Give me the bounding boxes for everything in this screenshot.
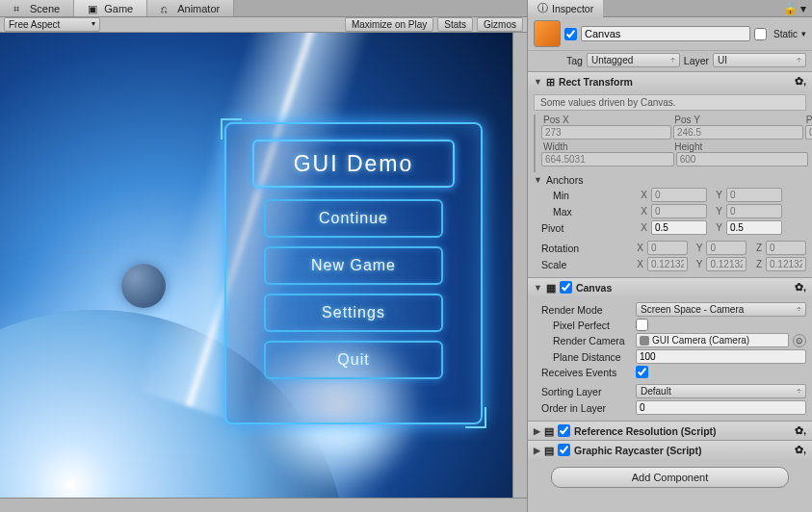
scale-z[interactable]: [766, 257, 806, 271]
render-mode-dropdown[interactable]: Screen Space - Camera: [636, 302, 806, 317]
layer-label: Layer: [684, 55, 709, 66]
info-icon: ⓘ: [537, 2, 548, 15]
static-dropdown-icon[interactable]: ▾: [801, 29, 806, 38]
gameobject-icon[interactable]: [534, 20, 561, 47]
anchor-min-y[interactable]: [726, 188, 782, 202]
rot-z[interactable]: [766, 241, 806, 255]
canvas-enabled[interactable]: [560, 281, 572, 294]
posx-field[interactable]: [541, 125, 671, 140]
scrollbar-horizontal[interactable]: [0, 498, 527, 512]
add-component-button[interactable]: Add Component: [551, 467, 789, 488]
render-camera-field[interactable]: GUI Camera (Camera): [636, 333, 789, 347]
inspector-panel: ⓘInspector 🔒 ▾ Static ▾ Tag Untagged Lay…: [527, 0, 812, 512]
active-checkbox[interactable]: [564, 28, 577, 40]
scale-y[interactable]: [706, 257, 747, 271]
raycaster-enabled[interactable]: [558, 444, 570, 456]
rect-icon: ⊞: [546, 76, 555, 88]
scale-x[interactable]: [647, 257, 688, 271]
object-picker-icon[interactable]: ⊙: [793, 334, 806, 347]
anchor-max-x[interactable]: [651, 204, 707, 218]
tag-label: Tag: [566, 55, 583, 66]
posy-field[interactable]: [673, 125, 803, 140]
layer-dropdown[interactable]: UI: [713, 53, 806, 67]
expand-icon: ▶: [534, 426, 540, 436]
posz-field[interactable]: [805, 125, 812, 140]
pivot-x[interactable]: [651, 220, 707, 235]
tab-game[interactable]: ▣Game: [74, 0, 147, 16]
receives-events-checkbox[interactable]: [636, 366, 648, 378]
name-field[interactable]: [581, 26, 750, 41]
canvas-header[interactable]: ▼ ▦ Canvas ✿,: [528, 278, 812, 296]
refres-header[interactable]: ▶ ▤ Reference Resolution (Script) ✿,: [528, 422, 812, 440]
maximize-button[interactable]: Maximize on Play: [345, 17, 433, 32]
gear-icon[interactable]: ✿,: [795, 75, 806, 88]
pivot-y[interactable]: [726, 220, 782, 235]
aspect-dropdown[interactable]: Free Aspect: [4, 17, 100, 32]
tag-dropdown[interactable]: Untagged: [587, 53, 680, 67]
expand-icon: ▼: [534, 77, 542, 87]
static-checkbox[interactable]: [754, 28, 767, 40]
refres-enabled[interactable]: [558, 424, 570, 437]
height-field[interactable]: [676, 152, 809, 166]
animator-icon: ⎌: [161, 3, 172, 14]
game-toolbar: Free Aspect Maximize on Play Stats Gizmo…: [0, 17, 527, 33]
raycaster-header[interactable]: ▶ ▤ Graphic Raycaster (Script) ✿,: [528, 441, 812, 459]
rect-transform-header[interactable]: ▼ ⊞ Rect Transform ✿,: [528, 72, 812, 90]
scene-icon: ⌗: [13, 3, 25, 14]
game-icon: ▣: [88, 3, 99, 14]
scrollbar-vertical[interactable]: [512, 33, 527, 512]
anchor-preset[interactable]: [534, 115, 536, 172]
anchors-expand-icon[interactable]: ▼: [534, 175, 542, 185]
game-view: GUI Demo Continue New Game Settings Quit: [0, 33, 527, 512]
gear-icon[interactable]: ✿,: [795, 444, 806, 456]
lock-icon[interactable]: 🔒 ▾: [777, 2, 812, 15]
script-icon: ▤: [544, 445, 554, 456]
expand-icon: ▼: [534, 283, 542, 293]
menu-panel: GUI Demo Continue New Game Settings Quit: [224, 122, 483, 424]
tab-scene[interactable]: ⌗Scene: [0, 0, 74, 16]
pixel-perfect-checkbox[interactable]: [636, 319, 648, 331]
static-label: Static: [773, 29, 798, 39]
script-icon: ▤: [544, 425, 554, 437]
camera-icon: [640, 336, 649, 346]
expand-icon: ▶: [534, 446, 540, 455]
quit-button[interactable]: Quit: [264, 341, 443, 379]
order-in-layer-field[interactable]: [636, 400, 806, 415]
tab-inspector[interactable]: ⓘInspector: [528, 0, 603, 17]
width-field[interactable]: [541, 152, 674, 166]
anchor-min-x[interactable]: [651, 188, 707, 202]
rot-y[interactable]: [706, 241, 747, 255]
gear-icon[interactable]: ✿,: [795, 281, 806, 294]
tab-animator[interactable]: ⎌Animator: [147, 0, 234, 16]
driven-note: Some values driven by Canvas.: [534, 94, 806, 111]
main-tabs: ⌗Scene ▣Game ⎌Animator: [0, 0, 527, 17]
gizmos-button[interactable]: Gizmos: [477, 17, 523, 32]
moon-graphic: [121, 264, 166, 308]
canvas-icon: ▦: [546, 282, 556, 294]
menu-title: GUI Demo: [252, 140, 455, 188]
gear-icon[interactable]: ✿,: [795, 424, 806, 437]
settings-button[interactable]: Settings: [264, 294, 443, 332]
stats-button[interactable]: Stats: [437, 17, 473, 32]
anchor-max-y[interactable]: [726, 204, 782, 218]
continue-button[interactable]: Continue: [264, 199, 443, 238]
plane-distance-field[interactable]: [636, 349, 806, 364]
sorting-layer-dropdown[interactable]: Default: [636, 384, 806, 398]
rot-x[interactable]: [647, 241, 688, 255]
newgame-button[interactable]: New Game: [264, 246, 443, 285]
